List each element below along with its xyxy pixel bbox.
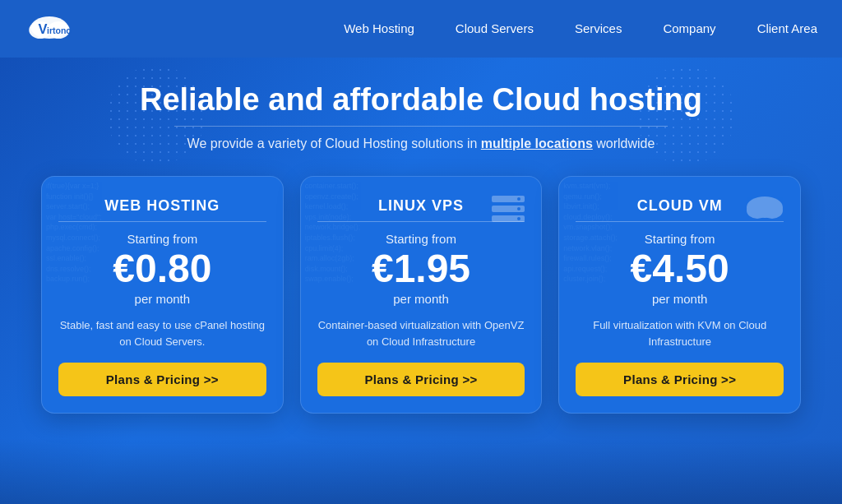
svg-text:V: V xyxy=(39,21,48,36)
plans-button-linux-vps[interactable]: Plans & Pricing >> xyxy=(317,363,525,396)
hero-section: Reliable and affordable Cloud hosting We… xyxy=(0,58,842,504)
nav-link-company[interactable]: Company xyxy=(663,21,715,35)
starting-from-linux-vps: Starting from xyxy=(317,232,525,246)
per-month-cloud-vm: per month xyxy=(576,292,784,306)
subtitle-plain: We provide a variety of Cloud Hosting so… xyxy=(187,136,481,150)
hero-subtitle: We provide a variety of Cloud Hosting so… xyxy=(16,136,826,151)
starting-from-web-hosting: Starting from xyxy=(58,232,266,246)
svg-text:irtono: irtono xyxy=(47,25,72,35)
svg-point-10 xyxy=(517,217,520,220)
price-cloud-vm: €4.50 xyxy=(576,249,784,289)
nav-link-cloud-servers[interactable]: Cloud Servers xyxy=(456,21,534,35)
plans-button-web-hosting[interactable]: Plans & Pricing >> xyxy=(58,363,266,396)
price-web-hosting: €0.80 xyxy=(58,249,266,289)
logo[interactable]: V irtono xyxy=(25,8,74,49)
pricing-cards: if(true){var x=1;}function init(){}serve… xyxy=(16,176,826,414)
logo-icon: V irtono xyxy=(25,8,74,49)
card-cloud-vm: kvm.start(vm);qemu.run();libvirt.init();… xyxy=(558,176,801,414)
card-divider-1 xyxy=(58,221,266,222)
plans-button-cloud-vm[interactable]: Plans & Pricing >> xyxy=(576,363,784,396)
nav-links: Web Hosting Cloud Servers Services Compa… xyxy=(344,21,817,36)
hero-divider xyxy=(174,126,668,127)
nav-item-cloud-servers[interactable]: Cloud Servers xyxy=(456,21,534,36)
bottom-visual xyxy=(0,438,842,504)
desc-cloud-vm: Full virtualization with KVM on Cloud In… xyxy=(576,317,784,349)
nav-item-services[interactable]: Services xyxy=(575,21,622,36)
subtitle-bold: multiple locations xyxy=(481,136,593,150)
starting-from-cloud-vm: Starting from xyxy=(576,232,784,246)
nav-item-client-area[interactable]: Client Area xyxy=(757,21,817,36)
card-title-cloud-vm: CLOUD VM xyxy=(576,197,784,215)
nav-link-web-hosting[interactable]: Web Hosting xyxy=(344,21,414,35)
nav-item-company[interactable]: Company xyxy=(663,21,715,36)
card-title-linux-vps: LINUX VPS xyxy=(317,197,525,215)
card-linux-vps: container.start();openvz.create();kernel… xyxy=(300,176,543,414)
desc-linux-vps: Container-based virtualization with Open… xyxy=(317,317,525,349)
card-web-hosting: if(true){var x=1;}function init(){}serve… xyxy=(41,176,284,414)
per-month-web-hosting: per month xyxy=(58,292,266,306)
per-month-linux-vps: per month xyxy=(317,292,525,306)
desc-web-hosting: Stable, fast and easy to use cPanel host… xyxy=(58,317,266,349)
navbar: V irtono Web Hosting Cloud Servers Servi… xyxy=(0,0,842,58)
nav-link-services[interactable]: Services xyxy=(575,21,622,35)
subtitle-end: worldwide xyxy=(593,136,655,150)
nav-link-client-area[interactable]: Client Area xyxy=(757,21,817,35)
price-linux-vps: €1.95 xyxy=(317,249,525,289)
hero-title: Reliable and affordable Cloud hosting xyxy=(16,82,826,118)
nav-item-web-hosting[interactable]: Web Hosting xyxy=(344,21,414,36)
card-title-web-hosting: WEB HOSTING xyxy=(58,197,266,215)
